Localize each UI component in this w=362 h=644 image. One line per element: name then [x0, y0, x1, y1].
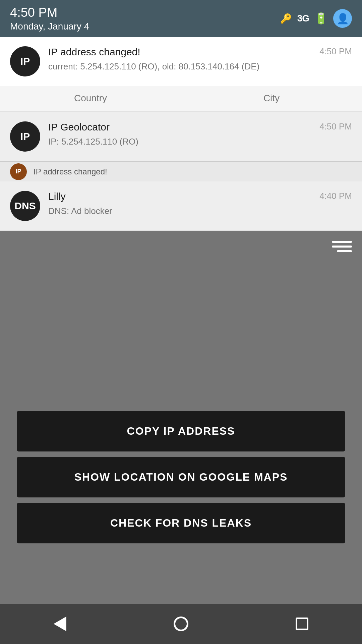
check-dns-button[interactable]: CHECK FOR DNS LEAKS	[17, 503, 345, 543]
status-bar-left: 4:50 PM Monday, January 4	[10, 5, 89, 32]
notif-title-3: Lilly	[48, 191, 66, 202]
recent-icon	[296, 618, 308, 630]
battery-icon: 🔋	[314, 12, 328, 25]
bottom-buttons: COPY IP ADDRESS SHOW LOCATION ON GOOGLE …	[0, 411, 362, 543]
notif-header-2: IP Geolocator 4:50 PM	[48, 121, 352, 133]
tab-country[interactable]: Country	[0, 86, 181, 111]
tab-city[interactable]: City	[181, 86, 362, 111]
avatar: 👤	[333, 9, 352, 28]
notification-dns[interactable]: DNS Lilly 4:40 PM DNS: Ad blocker	[0, 181, 362, 231]
back-icon	[54, 616, 66, 631]
notif-body-2: IP: 5.254.125.110 (RO)	[48, 136, 352, 148]
notif-icon-ip-2: IP	[10, 121, 40, 152]
vpn-key-icon: 🔑	[280, 13, 292, 24]
status-date: Monday, January 4	[10, 21, 89, 32]
notif-title-2: IP Geolocator	[48, 121, 110, 133]
notif-time-3: 4:40 PM	[319, 191, 352, 201]
notif-header-3: Lilly 4:40 PM	[48, 191, 352, 202]
nav-bar	[0, 604, 362, 644]
hamburger-line-1	[332, 241, 352, 243]
hamburger-line-2	[332, 246, 352, 248]
home-button[interactable]	[174, 616, 188, 631]
notif-content-2: IP Geolocator 4:50 PM IP: 5.254.125.110 …	[48, 121, 352, 148]
back-button[interactable]	[54, 616, 66, 631]
status-time: 4:50 PM	[10, 5, 89, 20]
notif-icon-ip-1: IP	[10, 46, 40, 76]
peek-overlap: IP IP address changed!	[0, 161, 362, 181]
recent-button[interactable]	[296, 618, 308, 630]
notif-body-1: current: 5.254.125.110 (RO), old: 80.153…	[48, 60, 352, 72]
status-bar: 4:50 PM Monday, January 4 🔑 3G 🔋 👤	[0, 0, 362, 37]
tabs-area: Country City	[0, 86, 362, 112]
signal-icon: 3G	[297, 13, 309, 24]
show-maps-button[interactable]: SHOW LOCATION ON GOOGLE MAPS	[17, 457, 345, 497]
hamburger-icon[interactable]	[332, 241, 352, 252]
notification-geolocator[interactable]: IP IP Geolocator 4:50 PM IP: 5.254.125.1…	[0, 112, 362, 161]
notif-header-1: IP address changed! 4:50 PM	[48, 46, 352, 58]
status-bar-right: 🔑 3G 🔋 👤	[280, 9, 352, 28]
copy-ip-button[interactable]: COPY IP ADDRESS	[17, 411, 345, 451]
notification-ip-changed[interactable]: IP IP address changed! 4:50 PM current: …	[0, 37, 362, 86]
notif-icon-dns: DNS	[10, 191, 40, 221]
notif-title-1: IP address changed!	[48, 46, 140, 58]
notif-content-3: Lilly 4:40 PM DNS: Ad blocker	[48, 191, 352, 217]
notif-time-1: 4:50 PM	[319, 46, 352, 57]
menu-icon-container[interactable]	[332, 241, 352, 252]
peek-icon: IP	[10, 163, 27, 180]
avatar-icon: 👤	[337, 13, 349, 24]
notif-time-2: 4:50 PM	[319, 121, 352, 132]
notif-content-1: IP address changed! 4:50 PM current: 5.2…	[48, 46, 352, 72]
main-content: COPY IP ADDRESS SHOW LOCATION ON GOOGLE …	[0, 231, 362, 604]
peek-text: IP address changed!	[34, 167, 107, 176]
home-icon	[174, 616, 188, 631]
main-wrapper: 4:50 PM Monday, January 4 🔑 3G 🔋 👤 IP IP…	[0, 0, 362, 644]
notif-body-3: DNS: Ad blocker	[48, 205, 352, 217]
hamburger-line-3	[337, 250, 352, 252]
